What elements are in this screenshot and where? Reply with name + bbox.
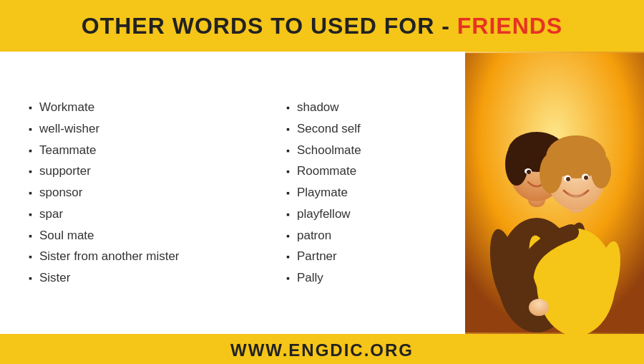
- bullet-icon: ▪: [29, 229, 32, 244]
- list-item: ▪Workmate: [29, 99, 250, 116]
- header-highlight: FRIENDS: [457, 13, 562, 39]
- list-item: ▪Roommate: [286, 163, 451, 180]
- bullet-icon: ▪: [286, 229, 290, 244]
- header-bar: OTHER WORDS TO USED FOR - FRIENDS: [0, 0, 644, 52]
- list-item: ▪Playmate: [286, 184, 451, 201]
- bullet-icon: ▪: [29, 250, 32, 264]
- item-text: spar: [39, 206, 63, 223]
- item-text: playfellow: [297, 206, 351, 223]
- bullet-icon: ▪: [286, 272, 290, 286]
- main-content: ▪Workmate▪well-wisher▪Teammate▪supporter…: [0, 52, 644, 334]
- item-text: Roommate: [297, 163, 356, 180]
- bullet-icon: ▪: [286, 165, 290, 179]
- bullet-icon: ▪: [29, 101, 32, 115]
- list-item: ▪patron: [286, 227, 451, 244]
- item-text: Soul mate: [39, 227, 94, 244]
- list-item: ▪supporter: [29, 163, 250, 180]
- bullet-icon: ▪: [286, 101, 290, 115]
- item-text: Partner: [297, 248, 337, 265]
- image-column: [465, 52, 644, 334]
- list-item: ▪Partner: [286, 248, 451, 265]
- bullet-icon: ▪: [29, 272, 32, 286]
- list-item: ▪Schoolmate: [286, 142, 451, 159]
- header-prefix: OTHER WORDS TO USED FOR -: [82, 13, 457, 39]
- list-item: ▪playfellow: [286, 206, 451, 223]
- item-text: sponsor: [39, 184, 82, 201]
- item-text: Teammate: [39, 142, 96, 159]
- bullet-icon: ▪: [29, 165, 32, 179]
- footer-bar: WWW.ENGDIC.ORG: [0, 334, 644, 364]
- list-item: ▪Pally: [286, 269, 451, 287]
- svg-point-21: [566, 177, 570, 181]
- left-column: ▪Workmate▪well-wisher▪Teammate▪supporter…: [0, 52, 265, 334]
- page-container: OTHER WORDS TO USED FOR - FRIENDS ▪Workm…: [0, 0, 644, 364]
- list-item: ▪Soul mate: [29, 227, 250, 244]
- bullet-icon: ▪: [29, 144, 32, 158]
- bullet-icon: ▪: [29, 186, 32, 201]
- item-text: Playmate: [297, 184, 348, 201]
- item-text: patron: [297, 227, 331, 244]
- bullet-icon: ▪: [286, 144, 290, 158]
- item-text: supporter: [39, 163, 91, 180]
- list-item: ▪sponsor: [29, 184, 250, 201]
- item-text: Sister: [39, 269, 70, 287]
- bullet-icon: ▪: [29, 208, 32, 222]
- list-item: ▪Second self: [286, 120, 451, 138]
- svg-point-25: [529, 299, 549, 316]
- bullet-icon: ▪: [29, 123, 32, 137]
- item-text: Second self: [297, 120, 361, 138]
- bullet-icon: ▪: [286, 250, 290, 264]
- item-text: Workmate: [39, 99, 94, 116]
- item-text: Pally: [297, 269, 323, 287]
- friends-image: [465, 52, 644, 334]
- bullet-icon: ▪: [286, 123, 290, 137]
- item-text: Sister from another mister: [39, 248, 180, 265]
- list-item: ▪Teammate: [29, 142, 250, 159]
- item-text: well-wisher: [39, 120, 99, 138]
- footer-url: WWW.ENGDIC.ORG: [230, 340, 414, 360]
- list-item: ▪shadow: [286, 99, 451, 116]
- bullet-icon: ▪: [286, 186, 290, 201]
- svg-point-5: [505, 143, 528, 186]
- svg-point-9: [527, 170, 531, 174]
- header-title: OTHER WORDS TO USED FOR - FRIENDS: [82, 13, 562, 39]
- list-item: ▪well-wisher: [29, 120, 250, 138]
- right-column: ▪shadow▪Second self▪Schoolmate▪Roommate▪…: [265, 52, 465, 334]
- svg-point-22: [584, 176, 588, 180]
- svg-point-18: [591, 154, 611, 188]
- item-text: Schoolmate: [297, 142, 361, 159]
- list-item: ▪Sister: [29, 269, 250, 287]
- bullet-icon: ▪: [286, 208, 290, 222]
- list-item: ▪spar: [29, 206, 250, 223]
- svg-point-17: [540, 153, 562, 193]
- list-item: ▪Sister from another mister: [29, 248, 250, 265]
- item-text: shadow: [297, 99, 339, 116]
